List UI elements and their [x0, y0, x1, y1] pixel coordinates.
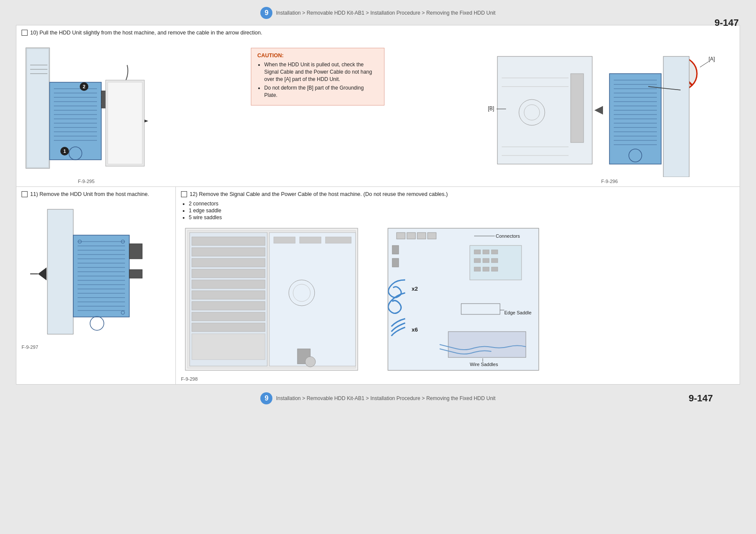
svg-rect-125 — [491, 250, 498, 254]
svg-rect-124 — [483, 250, 489, 254]
breadcrumb-text-top: Installation > Removable HDD Kit-AB1 > I… — [276, 10, 495, 16]
svg-rect-59 — [663, 56, 689, 177]
svg-text:Wire Saddles: Wire Saddles — [470, 362, 498, 367]
svg-rect-98 — [192, 291, 265, 299]
bottom-nav: 9 Installation > Removable HDD Kit-AB1 >… — [0, 389, 756, 406]
svg-rect-96 — [192, 269, 265, 278]
svg-rect-99 — [192, 301, 265, 310]
caution-item-1: When the HDD Unit is pulled out, check t… — [264, 61, 378, 83]
figure-9-298-label: F-9-298 — [181, 376, 734, 382]
svg-rect-97 — [192, 280, 265, 289]
nav-breadcrumb-top: Installation > Removable HDD Kit-AB1 > I… — [276, 10, 495, 16]
svg-rect-0 — [26, 48, 50, 168]
svg-rect-130 — [483, 267, 489, 271]
svg-rect-107 — [300, 237, 321, 243]
figure-9-298-right: Connectors x2 — [362, 224, 552, 375]
svg-rect-93 — [192, 237, 265, 245]
svg-rect-112 — [397, 233, 405, 239]
figure-9-298-left — [181, 224, 362, 375]
svg-rect-113 — [407, 233, 415, 239]
nav-badge-top: 9 — [260, 7, 272, 19]
svg-rect-83 — [129, 244, 142, 259]
svg-rect-127 — [483, 258, 489, 263]
caution-item-2: Do not deform the [B] part of the Ground… — [264, 84, 378, 99]
figure-9-297-label: F-9-297 — [22, 345, 170, 350]
figure-9-295-label: F-9-295 — [78, 179, 95, 184]
step12-title: 12) Remove the Signal Cable and the Powe… — [190, 191, 448, 197]
figure-9-295: 1 2 — [22, 39, 151, 177]
page-number-bottom: 9-147 — [689, 393, 713, 404]
figure-9-297 — [22, 201, 168, 343]
step10-figures-row: 1 2 — [22, 39, 734, 184]
svg-rect-118 — [392, 245, 399, 254]
top-nav: 9 Installation > Removable HDD Kit-AB1 >… — [0, 4, 756, 21]
svg-rect-129 — [474, 267, 481, 271]
svg-rect-95 — [192, 258, 265, 267]
figure-9-295-box: 1 2 — [22, 39, 151, 184]
bullet-item-1: 2 connectors — [189, 201, 734, 207]
checkbox-icon-12 — [181, 191, 187, 197]
checkbox-icon-11 — [22, 191, 28, 197]
svg-line-61 — [700, 62, 709, 67]
section-step11: 11) Remove the HDD Unit from the host ma… — [16, 187, 176, 384]
svg-rect-114 — [417, 233, 426, 239]
svg-rect-108 — [325, 237, 351, 243]
svg-point-110 — [305, 357, 316, 367]
svg-point-82 — [90, 317, 104, 330]
svg-rect-103 — [269, 233, 356, 366]
step11-header: 11) Remove the HDD Unit from the host ma… — [22, 191, 170, 197]
caution-list: When the HDD Unit is pulled out, check t… — [257, 61, 378, 99]
svg-text:Connectors: Connectors — [496, 233, 520, 239]
figure-9-298-right-container: Connectors x2 — [362, 224, 552, 375]
caution-box: CAUTION: When the HDD Unit is pulled out… — [251, 48, 384, 106]
caution-title: CAUTION: — [257, 53, 378, 59]
svg-rect-115 — [428, 233, 436, 239]
svg-text:[B]: [B] — [488, 106, 494, 112]
svg-rect-100 — [192, 312, 265, 321]
svg-rect-126 — [474, 258, 481, 263]
svg-text:Edge Saddle: Edge Saddle — [504, 310, 531, 315]
svg-rect-106 — [274, 237, 295, 243]
svg-rect-128 — [491, 258, 498, 263]
figure-9-296-label: F-9-296 — [601, 179, 618, 184]
page-container: 9 Installation > Removable HDD Kit-AB1 >… — [0, 0, 756, 534]
svg-rect-5 — [50, 82, 101, 160]
step10-title: 10) Pull the HDD Unit slightly from the … — [30, 30, 262, 36]
svg-rect-27 — [108, 82, 142, 164]
svg-rect-119 — [392, 258, 399, 267]
checkbox-icon-10 — [22, 30, 28, 36]
section-bottom: 11) Remove the HDD Unit from the host ma… — [16, 187, 740, 384]
svg-rect-84 — [129, 270, 142, 278]
svg-marker-37 — [594, 106, 603, 115]
svg-rect-63 — [47, 209, 73, 334]
figure-9-296-box: [B] — [484, 39, 734, 184]
svg-text:[A]: [A] — [709, 56, 715, 62]
svg-text:2: 2 — [83, 84, 85, 89]
bullet-item-3: 5 wire saddles — [189, 214, 734, 220]
svg-rect-123 — [474, 250, 481, 254]
svg-rect-131 — [491, 267, 498, 271]
svg-rect-101 — [192, 323, 265, 332]
section-step12: 12) Remove the Signal Cable and the Powe… — [176, 187, 740, 384]
svg-rect-30 — [571, 74, 584, 143]
step12-figures: Connectors x2 — [181, 224, 734, 375]
content-area: 10) Pull the HDD Unit slightly from the … — [16, 25, 740, 385]
nav-breadcrumb-bottom: Installation > Removable HDD Kit-AB1 > I… — [276, 395, 495, 401]
breadcrumb-text-bottom: Installation > Removable HDD Kit-AB1 > I… — [276, 395, 495, 401]
svg-text:1: 1 — [63, 149, 66, 154]
svg-rect-102 — [192, 334, 265, 360]
svg-marker-85 — [38, 267, 47, 280]
page-number-top: 9-147 — [715, 17, 739, 28]
step10-header: 10) Pull the HDD Unit slightly from the … — [22, 30, 734, 36]
step11-title: 11) Remove the HDD Unit from the host ma… — [30, 191, 149, 197]
figure-9-296: [B] — [484, 39, 734, 177]
svg-text:x2: x2 — [412, 286, 418, 292]
nav-badge-bottom: 9 — [260, 392, 272, 404]
svg-rect-94 — [192, 248, 265, 256]
svg-text:x6: x6 — [412, 326, 418, 333]
bullet-item-2: 1 edge saddle — [189, 208, 734, 214]
step12-bullet-list: 2 connectors 1 edge saddle 5 wire saddle… — [181, 201, 734, 220]
section-step10: 10) Pull the HDD Unit slightly from the … — [16, 25, 740, 187]
step12-header: 12) Remove the Signal Cable and the Powe… — [181, 191, 734, 197]
